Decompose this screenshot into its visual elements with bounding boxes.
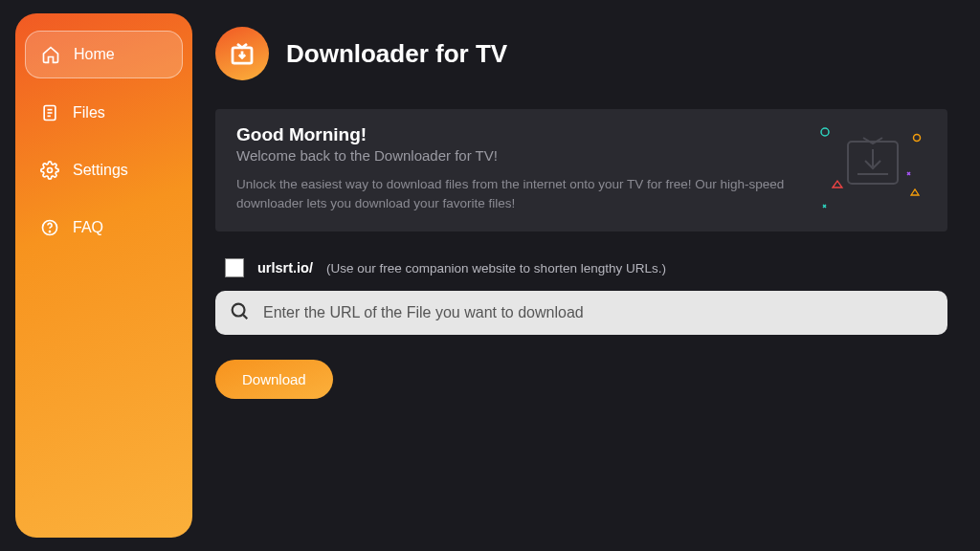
files-icon: [40, 103, 59, 122]
welcome-illustration: [815, 121, 930, 216]
sidebar-item-label: FAQ: [73, 219, 103, 236]
home-icon: [41, 45, 60, 64]
app-title: Downloader for TV: [286, 39, 507, 69]
sidebar-item-label: Files: [73, 104, 105, 121]
svg-line-13: [243, 315, 247, 319]
svg-point-4: [48, 168, 53, 173]
url-input[interactable]: [263, 304, 934, 321]
shorten-url-hint: (Use our free companion website to short…: [326, 261, 666, 276]
shorten-url-label: urlsrt.io/: [257, 260, 313, 276]
gear-icon: [40, 161, 59, 180]
app-logo: [215, 27, 269, 80]
sidebar-item-home[interactable]: Home: [25, 31, 183, 78]
svg-point-6: [50, 231, 51, 232]
sidebar-item-label: Settings: [73, 162, 128, 179]
sidebar-item-faq[interactable]: FAQ: [25, 205, 183, 251]
shorten-checkbox[interactable]: [225, 258, 244, 277]
main-content: Downloader for TV Good Morning! Welcome …: [192, 0, 980, 551]
url-input-container[interactable]: [215, 291, 947, 335]
sidebar-item-files[interactable]: Files: [25, 90, 183, 136]
svg-point-8: [821, 128, 829, 136]
sidebar-item-settings[interactable]: Settings: [25, 147, 183, 193]
help-icon: [40, 218, 59, 237]
download-button[interactable]: Download: [215, 360, 333, 399]
greeting-description: Unlock the easiest way to download files…: [236, 175, 849, 212]
shorten-url-row: urlsrt.io/ (Use our free companion websi…: [225, 258, 940, 277]
svg-point-9: [914, 135, 921, 142]
svg-point-12: [233, 304, 245, 317]
sidebar: Home Files Settings FAQ: [15, 13, 192, 538]
search-icon: [229, 300, 250, 325]
welcome-card: Good Morning! Welcome back to the Downlo…: [215, 109, 947, 231]
header: Downloader for TV: [215, 27, 947, 80]
sidebar-item-label: Home: [74, 46, 115, 63]
